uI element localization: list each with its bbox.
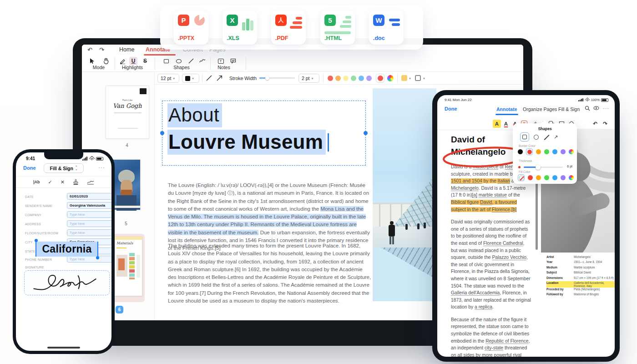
border-color-swatch[interactable] [415, 75, 421, 81]
view-settings-icon[interactable] [593, 106, 599, 111]
arrow-shape-option[interactable]: ↗ [554, 134, 558, 140]
format-card-doc[interactable]: W .doc [369, 10, 404, 45]
redo-icon[interactable]: ↷ [601, 120, 609, 128]
format-card-html[interactable]: 5 .HTML [320, 10, 355, 45]
selected-color-chip[interactable] [376, 74, 384, 82]
fill-green[interactable] [544, 175, 549, 180]
font-size-dropdown[interactable]: 12 pt▾ [157, 74, 179, 83]
text-field-tool[interactable]: |Ab [33, 180, 40, 184]
palette-red[interactable] [328, 76, 333, 81]
tab-fill-sign[interactable]: Fill & Sign [558, 106, 580, 112]
arrow-tool-icon[interactable] [216, 75, 223, 81]
palette-blue[interactable] [359, 76, 364, 81]
underline-tool-icon[interactable]: U [129, 57, 137, 65]
fill-none-selected[interactable] [518, 174, 525, 181]
border-black[interactable] [518, 149, 523, 154]
field-label-phone: PHONE NUMBER [25, 258, 52, 261]
more-options-button[interactable]: ··· [603, 106, 609, 111]
ellipse-shape-icon[interactable] [175, 57, 183, 65]
phone-number-input[interactable]: Type here [67, 256, 111, 263]
palette-yellow[interactable] [343, 76, 349, 81]
fill-color-swatch[interactable] [401, 75, 407, 81]
circle-shape-option[interactable] [534, 135, 539, 140]
signature-field[interactable] [24, 270, 110, 295]
redo-icon[interactable]: ↷ [99, 46, 104, 53]
cursor-tool-icon[interactable] [88, 57, 96, 65]
stroke-width-slider[interactable] [259, 77, 295, 79]
popup-title: Shapes [513, 126, 577, 131]
border-purple[interactable] [561, 149, 566, 154]
highlight-text-tool[interactable]: A [493, 120, 501, 128]
floor-suite-room-input[interactable]: Type here [67, 229, 111, 236]
border-color-wheel[interactable] [569, 149, 574, 154]
freehand-shape-icon[interactable] [198, 57, 207, 65]
border-chevron-icon[interactable]: ▾ [423, 76, 425, 81]
palette-purple[interactable] [366, 76, 372, 81]
tab-home[interactable]: Home [119, 46, 134, 53]
mac-format-bar: 12 pt▾ ▾ Stroke Width 2 pt▾ [155, 72, 523, 85]
thumbnail-page-6-selected[interactable]: Materials 6 [112, 234, 145, 302]
sender-name-input[interactable]: Georgina Valenzuela [67, 202, 111, 209]
palette-green[interactable] [351, 76, 356, 81]
border-green[interactable] [544, 149, 549, 154]
date-input[interactable]: 02/01/2023 [67, 193, 111, 200]
selection-grabber-right[interactable] [97, 242, 98, 257]
undo-icon[interactable]: ↶ [87, 46, 92, 53]
artwork-infobox: ArtistMichelangelo Year1501– c. June 8, … [546, 255, 615, 298]
stamp-tool-icon[interactable] [73, 179, 79, 185]
fill-chevron-icon[interactable]: ▾ [409, 76, 411, 81]
fill-blue[interactable] [552, 175, 557, 180]
company-input[interactable]: Type here [67, 211, 111, 218]
done-button[interactable]: Done [445, 106, 457, 111]
comment-note-icon[interactable] [229, 57, 237, 65]
state-text-selection[interactable]: California [36, 242, 98, 257]
hand-tool-icon[interactable] [102, 57, 110, 65]
tab-organize-pages[interactable]: Organize Pages [523, 106, 557, 112]
search-icon[interactable] [585, 106, 590, 111]
line-tool-icon[interactable] [206, 75, 212, 81]
done-button[interactable]: Done [23, 165, 36, 171]
thumbnail-page-5[interactable] [111, 159, 141, 210]
fill-orange[interactable] [536, 175, 541, 180]
tab-annotate[interactable]: Annotate [496, 106, 517, 112]
format-card-pptx[interactable]: P .PPTX [174, 10, 208, 45]
strikethrough-tool-icon[interactable]: S [141, 57, 149, 65]
fill-color-wheel[interactable] [569, 175, 574, 180]
stroke-width-dropdown[interactable]: 2 pt▾ [298, 74, 319, 83]
palette-orange[interactable] [335, 76, 341, 81]
signature-tool-icon[interactable] [87, 179, 94, 185]
checkmark-tool[interactable]: ✓ [48, 179, 52, 185]
format-card-xls[interactable]: X .XLS [222, 10, 257, 45]
undo-icon[interactable]: ↶ [591, 120, 599, 128]
field-label-company: COMPANY [25, 213, 41, 217]
cross-tool[interactable]: ✕ [61, 179, 65, 185]
selection-handle-right[interactable] [364, 131, 368, 135]
square-shape-option-selected[interactable] [520, 132, 529, 142]
more-options-button[interactable]: ··· [98, 164, 105, 171]
highlighter-pencil-icon[interactable] [118, 57, 126, 65]
line-shape-option[interactable] [543, 134, 549, 140]
border-red-selected[interactable] [526, 148, 533, 155]
line-shape-icon[interactable] [187, 57, 195, 65]
selection-grabber-left[interactable] [35, 242, 36, 257]
border-orange[interactable] [536, 149, 541, 154]
battery-icon [601, 98, 608, 102]
fill-red[interactable] [528, 175, 533, 180]
pdf-icon: 人 [275, 15, 287, 26]
toolbar-divider [155, 57, 155, 70]
border-blue[interactable] [552, 149, 557, 154]
thumbnail-page-4[interactable]: Paint Like Van Gogh [106, 86, 149, 139]
selection-handle-left[interactable] [160, 131, 164, 135]
textbox-note-icon[interactable]: T [217, 57, 225, 65]
fill-and-sign-mode-button[interactable]: Fill & Sign ⌃⌄ [44, 163, 84, 173]
address-input[interactable]: Type here [67, 220, 111, 227]
format-card-pdf[interactable]: 人 .PDF [271, 10, 306, 45]
color-wheel-icon[interactable] [387, 75, 394, 81]
underline-text-tool[interactable]: A [502, 120, 510, 128]
doc-title-line2: Louvre Museum [167, 131, 329, 153]
pptx-icon: P [178, 15, 189, 26]
thickness-slider[interactable] [524, 167, 563, 168]
rectangle-shape-icon[interactable] [162, 57, 170, 65]
fill-purple[interactable] [561, 175, 566, 180]
text-color-dropdown[interactable]: ▾ [182, 74, 199, 83]
